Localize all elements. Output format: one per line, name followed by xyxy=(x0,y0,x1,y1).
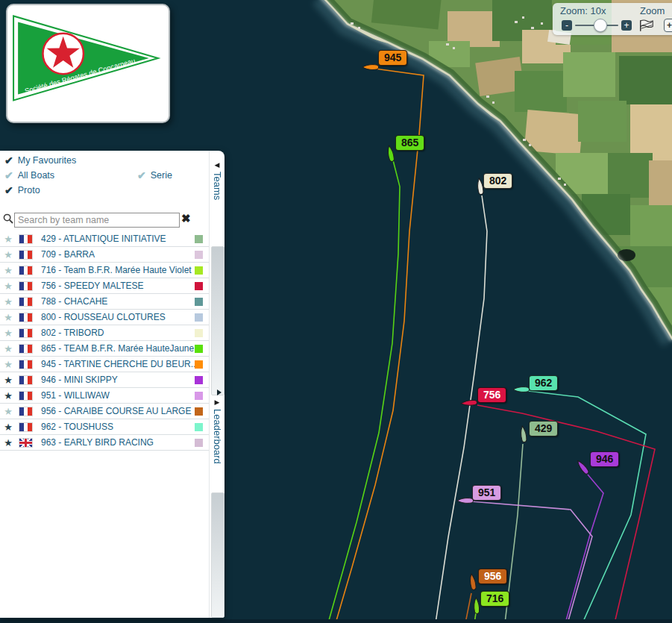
boat-label-945[interactable]: 945 xyxy=(378,50,407,66)
boat-865[interactable] xyxy=(386,145,395,163)
tab-leaderboard[interactable]: ▶ Leaderboard xyxy=(210,398,224,464)
favourite-star-icon[interactable]: ★ xyxy=(0,234,16,245)
scrollbar-thumb[interactable] xyxy=(211,246,224,395)
boat-429[interactable] xyxy=(520,426,527,442)
filter-label: All Boats xyxy=(18,170,54,181)
team-row-962[interactable]: ★ 962 - TOUSHUSS xyxy=(0,419,209,435)
team-row-802[interactable]: ★ 802 - TRIBORD xyxy=(0,325,209,341)
boat-716[interactable] xyxy=(474,598,480,614)
boat-label-756[interactable]: 756 xyxy=(477,387,506,403)
country-flag-icon xyxy=(19,298,32,306)
filter-proto[interactable]: ✔ Proto xyxy=(4,184,40,196)
team-color-swatch xyxy=(195,392,203,400)
team-name: 946 - MINI SKIPPY xyxy=(41,375,195,385)
boat-label-956[interactable]: 956 xyxy=(478,569,507,584)
boat-756[interactable] xyxy=(461,400,477,406)
boat-label-802[interactable]: 802 xyxy=(483,173,512,189)
team-row-800[interactable]: ★ 800 - ROUSSEAU CLOTURES xyxy=(0,310,209,325)
country-flag-icon xyxy=(19,376,32,384)
panel-tab-strip: ◀ Teams ▶ Leaderboard xyxy=(209,151,224,618)
filter-my-favourites[interactable]: ✔ My Favourites xyxy=(4,154,76,166)
boat-945[interactable] xyxy=(362,65,379,70)
boat-956[interactable] xyxy=(469,574,477,590)
team-row-865[interactable]: ★ 865 - TEAM B.F.R. Marée HauteJaune xyxy=(0,341,209,357)
favourite-star-icon[interactable]: ★ xyxy=(0,375,16,386)
race-tracker-app: 945 865 802 962 756 429 946 951 956 716 … xyxy=(0,0,672,623)
favourite-star-icon[interactable]: ★ xyxy=(0,328,16,339)
country-flag-icon xyxy=(19,251,32,259)
team-color-swatch xyxy=(195,439,203,447)
team-row-709[interactable]: ★ 709 - BARRA xyxy=(0,247,209,263)
expand-right-icon: ▶ xyxy=(210,398,224,406)
team-color-swatch xyxy=(195,407,203,416)
boat-label-429[interactable]: 429 xyxy=(529,421,558,436)
favourite-star-icon[interactable]: ★ xyxy=(0,359,16,370)
boat-951[interactable] xyxy=(457,498,474,504)
clear-search-icon[interactable]: ✖ xyxy=(181,212,191,225)
boat-962[interactable] xyxy=(513,387,530,392)
boat-label-716[interactable]: 716 xyxy=(480,591,509,607)
country-flag-icon xyxy=(19,407,32,416)
team-name: 716 - Team B.F.R. Marée Haute Violet xyxy=(41,265,195,275)
filter-serie[interactable]: ✔ Serie xyxy=(137,169,172,181)
favourite-star-icon[interactable]: ★ xyxy=(0,437,16,448)
check-icon: ✔ xyxy=(4,169,13,181)
favourite-star-icon[interactable]: ★ xyxy=(0,343,16,354)
filter-label: Proto xyxy=(18,185,40,195)
team-row-963[interactable]: ★ 963 - EARLY BIRD RACING xyxy=(0,435,209,451)
club-logo: Société des Régates de Concarneau xyxy=(6,4,170,123)
team-color-swatch xyxy=(195,360,203,369)
favourite-star-icon[interactable]: ★ xyxy=(0,296,16,307)
boat-label-951[interactable]: 951 xyxy=(472,485,501,501)
filter-all-boats[interactable]: ✔ All Boats xyxy=(4,169,54,181)
collapse-left-icon: ◀ xyxy=(210,161,224,169)
zoom-out-button[interactable]: - xyxy=(562,20,572,31)
country-flag-icon xyxy=(19,345,32,353)
country-flag-icon xyxy=(19,313,32,322)
race-flag-icon[interactable] xyxy=(638,19,655,32)
boat-label-946[interactable]: 946 xyxy=(590,451,619,467)
track-946 xyxy=(565,475,603,623)
team-row-956[interactable]: ★ 956 - CARAIBE COURSE AU LARGE xyxy=(0,404,209,419)
team-name: 865 - TEAM B.F.R. Marée HauteJaune xyxy=(41,343,195,354)
filters: ✔ My Favourites ✔ All Boats ✔ Serie ✔ Pr… xyxy=(0,151,209,156)
zoom-slider-thumb[interactable] xyxy=(594,19,607,32)
favourite-star-icon[interactable]: ★ xyxy=(0,406,16,417)
track-865 xyxy=(328,160,400,623)
favourite-star-icon[interactable]: ★ xyxy=(0,281,16,292)
team-color-swatch xyxy=(195,423,203,431)
team-color-swatch xyxy=(195,235,203,243)
zoom-extent-button[interactable]: + xyxy=(664,19,672,32)
team-color-swatch xyxy=(195,298,203,306)
team-row-788[interactable]: ★ 788 - CHACAHE xyxy=(0,294,209,310)
country-flag-icon xyxy=(19,423,32,431)
team-name: 756 - SPEEDY MALTESE xyxy=(41,281,195,291)
favourite-star-icon[interactable]: ★ xyxy=(0,249,16,260)
favourite-star-icon[interactable]: ★ xyxy=(0,265,16,276)
team-name: 788 - CHACAHE xyxy=(41,296,195,307)
team-row-429[interactable]: ★ 429 - ATLANTIQUE INITIATIVE xyxy=(0,231,209,247)
search-input[interactable] xyxy=(14,213,180,228)
team-row-951[interactable]: ★ 951 - WILLIWAW xyxy=(0,388,209,404)
teams-panel-body: ✔ My Favourites ✔ All Boats ✔ Serie ✔ Pr… xyxy=(0,151,209,618)
scrollbar-thumb[interactable] xyxy=(211,492,224,618)
team-color-swatch xyxy=(195,266,203,275)
boat-946[interactable] xyxy=(576,459,590,475)
team-row-945[interactable]: ★ 945 - TARTINE CHERCHE DU BEUR... xyxy=(0,357,209,372)
track-945 xyxy=(336,69,424,623)
tab-teams[interactable]: ◀ Teams xyxy=(210,161,224,200)
team-row-946[interactable]: ★ 946 - MINI SKIPPY xyxy=(0,372,209,388)
favourite-star-icon[interactable]: ★ xyxy=(0,312,16,323)
team-row-756[interactable]: ★ 756 - SPEEDY MALTESE xyxy=(0,278,209,294)
boat-label-962[interactable]: 962 xyxy=(529,375,558,391)
team-name: 963 - EARLY BIRD RACING xyxy=(41,437,195,448)
favourite-star-icon[interactable]: ★ xyxy=(0,390,16,401)
team-name: 800 - ROUSSEAU CLOTURES xyxy=(41,312,195,322)
boat-label-865[interactable]: 865 xyxy=(395,135,424,151)
check-icon: ✔ xyxy=(4,154,13,166)
favourite-star-icon[interactable]: ★ xyxy=(0,422,16,433)
check-icon: ✔ xyxy=(137,169,146,181)
country-flag-icon xyxy=(19,235,32,243)
team-row-716[interactable]: ★ 716 - Team B.F.R. Marée Haute Violet xyxy=(0,263,209,278)
zoom-in-button[interactable]: + xyxy=(621,20,632,31)
